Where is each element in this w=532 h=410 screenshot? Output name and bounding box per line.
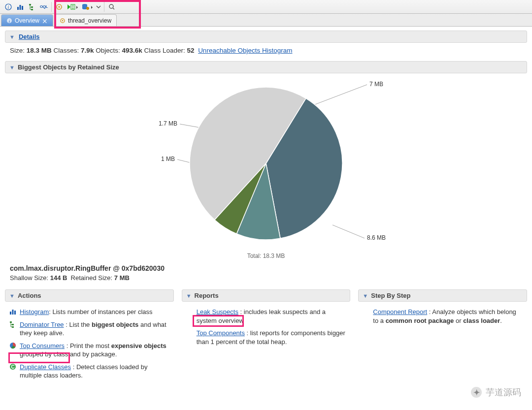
content-area: ▼ Details Size: 18.3 MB Classes: 7.9k Ob… — [0, 27, 532, 410]
svg-text:1.7 MB: 1.7 MB — [159, 120, 177, 127]
reports-header[interactable]: ▼ Reports — [182, 289, 351, 302]
close-icon[interactable]: ⨯ — [42, 17, 48, 25]
svg-text:C: C — [11, 364, 14, 370]
blank-icon — [186, 308, 194, 315]
actions-header[interactable]: ▼ Actions — [5, 289, 174, 302]
chevron-down-icon: ▼ — [9, 64, 15, 70]
class-icon: C — [9, 363, 17, 371]
svg-text:1 MB: 1 MB — [161, 156, 175, 162]
separator — [51, 2, 52, 12]
svg-rect-2 — [17, 7, 19, 10]
svg-rect-26 — [10, 312, 11, 315]
chevron-down-icon: ▼ — [363, 293, 368, 299]
stepbystep-column: ▼ Step By Step Component Report : Analyz… — [358, 289, 527, 382]
oql-icon[interactable]: OQL — [38, 1, 49, 12]
tab-label: Overview — [15, 17, 39, 24]
chevron-down-icon: ▼ — [9, 293, 15, 299]
biggest-objects-header[interactable]: ▼ Biggest Objects by Retained Size — [5, 61, 527, 73]
pie-icon — [9, 342, 17, 349]
info-icon: i — [6, 18, 12, 24]
histogram-link[interactable]: Histogram — [20, 308, 49, 315]
tab-overview[interactable]: i Overview ⨯ — [1, 14, 53, 26]
svg-point-12 — [86, 7, 89, 10]
svg-rect-31 — [12, 326, 14, 328]
histogram-icon[interactable] — [15, 1, 26, 12]
selected-object-name: com.lmax.disruptor.RingBuffer @ 0x7bd620… — [5, 264, 527, 272]
dominator-tree-link[interactable]: Dominator Tree — [20, 321, 64, 328]
section-title: Step By Step — [371, 292, 410, 299]
section-title: Details — [19, 33, 40, 40]
dropdown-icon[interactable] — [95, 1, 102, 12]
blank-icon — [186, 329, 194, 337]
histogram-icon — [9, 308, 17, 315]
search-icon[interactable] — [106, 1, 117, 12]
details-header[interactable]: ▼ Details — [5, 31, 527, 43]
top-consumers-link[interactable]: Top Consumers — [20, 342, 65, 349]
svg-point-17 — [62, 20, 63, 21]
blank-icon — [362, 308, 370, 315]
report-top-components: Top Components : list reports for compon… — [182, 327, 351, 348]
duplicate-classes-link[interactable]: Duplicate Classes — [20, 363, 71, 371]
bottom-columns: ▼ Actions Histogram: Lists number of ins… — [5, 289, 527, 397]
svg-line-24 — [332, 225, 365, 238]
pie-chart: 7 MB1.7 MB1 MB8.6 MB — [5, 77, 527, 254]
svg-rect-7 — [31, 9, 33, 10]
tab-label: thread_overview — [68, 17, 111, 24]
tab-thread-overview[interactable]: thread_overview — [54, 14, 117, 26]
toolbar: i OQL — [0, 0, 532, 14]
tree-icon[interactable] — [27, 1, 37, 12]
tab-bar: i Overview ⨯ thread_overview — [0, 14, 532, 27]
svg-rect-5 — [29, 4, 31, 5]
gear-icon — [60, 18, 66, 24]
gear-icon[interactable] — [54, 1, 65, 12]
action-duplicate-classes: C Duplicate Classes : Detect classes loa… — [5, 361, 174, 382]
reports-column: ▼ Reports Leak Suspects : includes leak … — [182, 289, 351, 382]
svg-text:7 MB: 7 MB — [369, 81, 383, 88]
info-icon[interactable]: i — [3, 1, 14, 12]
chevron-down-icon: ▼ — [9, 34, 15, 40]
selected-object-sizes: Shallow Size: 144 B Retained Size: 7 MB — [5, 272, 527, 289]
svg-text:i: i — [8, 4, 9, 10]
details-summary: Size: 18.3 MB Classes: 7.9k Objects: 493… — [5, 47, 527, 61]
wechat-icon: ✦ — [471, 387, 482, 398]
separator — [104, 2, 104, 12]
svg-point-9 — [59, 6, 60, 7]
action-histogram: Histogram: Lists number of instances per… — [5, 306, 174, 318]
svg-point-13 — [109, 4, 113, 8]
chevron-down-icon: ▼ — [186, 293, 192, 299]
section-title: Actions — [18, 292, 41, 299]
svg-rect-4 — [22, 6, 23, 10]
section-title: Biggest Objects by Retained Size — [18, 63, 119, 71]
stepbystep-header[interactable]: ▼ Step By Step — [358, 289, 527, 302]
db-icon[interactable] — [80, 1, 94, 12]
svg-rect-28 — [14, 311, 16, 315]
svg-text:8.6 MB: 8.6 MB — [367, 234, 386, 241]
action-dominator-tree: Dominator Tree : List the biggest object… — [5, 318, 174, 340]
svg-rect-6 — [31, 6, 33, 8]
watermark: ✦ 芋道源码 — [471, 386, 521, 398]
step-component-report: Component Report : Analyze objects which… — [358, 306, 527, 327]
leak-suspects-link[interactable]: Leak Suspects — [197, 308, 238, 315]
section-title: Reports — [195, 292, 219, 299]
svg-rect-27 — [12, 310, 14, 315]
component-report-link[interactable]: Component Report — [373, 308, 427, 315]
svg-rect-29 — [10, 321, 12, 323]
action-top-consumers: Top Consumers : Print the most expensive… — [5, 340, 174, 361]
report-leak-suspects: Leak Suspects : includes leak suspects a… — [182, 306, 351, 327]
unreachable-histogram-link[interactable]: Unreachable Objects Histogram — [198, 47, 292, 54]
actions-column: ▼ Actions Histogram: Lists number of ins… — [5, 289, 174, 382]
top-components-link[interactable]: Top Components — [197, 329, 245, 337]
tree-icon — [9, 320, 17, 328]
svg-rect-30 — [12, 324, 14, 325]
svg-line-18 — [315, 85, 367, 104]
svg-rect-3 — [20, 5, 21, 10]
play-icon[interactable] — [66, 1, 79, 12]
